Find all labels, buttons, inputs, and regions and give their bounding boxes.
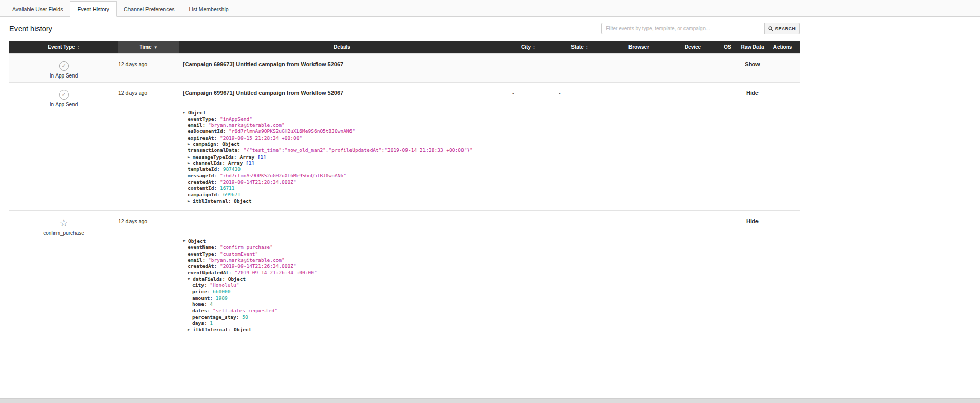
- json-key: channelIds: [193, 160, 222, 166]
- column-header-os: OS: [716, 41, 739, 53]
- raw-data-json-tree: ▼ObjecteventName: "confirm_purchase"even…: [183, 238, 495, 333]
- column-label: Browser: [628, 44, 649, 50]
- json-value: 1989: [216, 295, 228, 301]
- json-key: city: [192, 282, 204, 288]
- column-header-state[interactable]: State▲▼: [551, 41, 608, 53]
- event-details-title: [183, 218, 495, 225]
- json-value: 16711: [220, 185, 235, 191]
- device-cell: [670, 82, 716, 210]
- json-node-type: Object: [222, 141, 239, 147]
- raw-data-toggle[interactable]: Hide: [746, 90, 759, 96]
- json-key: messageId: [188, 172, 214, 178]
- expand-node-icon[interactable]: ▶: [188, 198, 193, 204]
- raw-data-toggle[interactable]: Hide: [746, 218, 759, 224]
- event-details-title: [Campaign 699673] Untitled campaign from…: [183, 61, 495, 68]
- json-line: city: "Honolulu": [183, 282, 495, 289]
- column-label: OS: [724, 44, 731, 50]
- horizontal-scrollbar[interactable]: [0, 398, 980, 403]
- event-row: ✓In App Send12 days ago[Campaign 699671]…: [9, 82, 800, 210]
- json-key: campaign: [193, 141, 216, 147]
- json-node-type: Object: [234, 198, 251, 204]
- json-value: "2019-09-14T21:28:34.000Z": [220, 179, 297, 185]
- json-value: "2019-09-15 21:28:34 +00:00": [220, 135, 302, 141]
- json-line: ▶campaign: Object: [183, 141, 495, 147]
- json-value: "Honolulu": [210, 282, 239, 288]
- event-type-cell: ✓In App Send: [9, 82, 118, 210]
- browser-cell: [608, 82, 670, 210]
- json-line: email: "bryan.marks@iterable.com": [183, 257, 495, 263]
- tab-channel-preferences[interactable]: Channel Preferences: [117, 1, 182, 17]
- json-value: "bryan.marks@iterable.com": [208, 122, 285, 128]
- column-header-event_type[interactable]: Event Type▲▼: [9, 41, 118, 53]
- json-line: esDocumentId: "r6d7rlmnAs9OPKS2uGH2uXL6M…: [183, 128, 495, 135]
- json-line: ▶itblInternal: Object: [183, 198, 495, 204]
- search-input[interactable]: [601, 23, 765, 34]
- json-node-type: Object: [234, 327, 251, 332]
- search-button-label: SEARCH: [775, 26, 796, 31]
- search-button[interactable]: SEARCH: [765, 23, 800, 34]
- time-cell: 12 days ago: [118, 53, 179, 82]
- json-key: expiresAt: [188, 135, 214, 141]
- column-label: Actions: [773, 44, 792, 50]
- os-cell: [716, 210, 739, 339]
- json-line: days: 1: [183, 320, 495, 327]
- actions-cell: [766, 53, 800, 82]
- collapse-node-icon[interactable]: ▼: [183, 110, 188, 116]
- json-key: messageTypeIds: [193, 154, 234, 160]
- json-key: itblInternal: [193, 327, 228, 332]
- json-node-type: Object: [228, 276, 246, 282]
- expand-node-icon[interactable]: ▶: [188, 141, 193, 147]
- json-value: "inAppSend": [220, 116, 252, 122]
- tab-available-user-fields[interactable]: Available User Fields: [5, 1, 70, 17]
- actions-cell: [766, 210, 800, 339]
- column-header-time[interactable]: Time▼: [118, 41, 179, 53]
- json-value: 660000: [213, 289, 230, 294]
- json-value: 4: [210, 301, 213, 307]
- expand-node-icon[interactable]: ▶: [188, 327, 193, 333]
- json-array-size: [1]: [257, 154, 266, 160]
- json-value: "confirm_purchase": [220, 244, 273, 250]
- os-cell: [716, 53, 739, 82]
- os-cell: [716, 82, 739, 210]
- expand-node-icon[interactable]: ▶: [188, 154, 193, 160]
- json-key: days: [192, 320, 204, 326]
- json-value: "bryan.marks@iterable.com": [208, 257, 285, 263]
- event-type-label: In App Send: [9, 73, 118, 79]
- json-key: email: [188, 122, 202, 128]
- json-value: "self.dates_requested": [213, 308, 278, 313]
- sort-both-icon: ▲▼: [586, 45, 588, 49]
- column-label: City: [521, 44, 531, 50]
- raw-data-cell: Show: [739, 53, 766, 82]
- collapse-node-icon[interactable]: ▼: [188, 276, 193, 282]
- json-node-type: Object: [188, 238, 206, 244]
- raw-data-toggle[interactable]: Show: [745, 61, 760, 67]
- time-cell: 12 days ago: [118, 82, 179, 210]
- event-type-cell: ☆confirm_purchase: [9, 210, 118, 339]
- json-node-type: Array: [228, 160, 243, 166]
- json-line: expiresAt: "2019-09-15 21:28:34 +00:00": [183, 135, 495, 141]
- column-label: Time: [139, 44, 151, 50]
- details-cell: [Campaign 699673] Untitled campaign from…: [179, 53, 505, 82]
- collapse-node-icon[interactable]: ▼: [183, 238, 188, 244]
- expand-node-icon[interactable]: ▶: [188, 160, 193, 166]
- json-line: createdAt: "2019-09-14T21:28:34.000Z": [183, 179, 495, 185]
- json-array-size: [1]: [246, 160, 254, 166]
- device-cell: [670, 210, 716, 339]
- tab-list-membership[interactable]: List Membership: [182, 1, 236, 17]
- column-label: Details: [334, 44, 350, 50]
- json-line: transactionalData: "{"test_time":"now_ol…: [183, 147, 495, 153]
- details-cell: [Campaign 699671] Untitled campaign from…: [179, 82, 505, 210]
- state-cell: -: [551, 53, 608, 82]
- column-header-browser: Browser: [608, 41, 670, 53]
- column-header-city[interactable]: City▲▼: [505, 41, 551, 53]
- json-value: 1: [210, 320, 213, 326]
- table-header-row: Event Type▲▼Time▼DetailsCity▲▼State▲▼Bro…: [9, 41, 800, 53]
- json-line: percentage_stay: 50: [183, 314, 495, 320]
- json-line: eventUpdatedAt: "2019-09-14 21:26:34 +00…: [183, 270, 495, 276]
- json-line: ▶channelIds: Array [1]: [183, 160, 495, 166]
- tab-event-history[interactable]: Event History: [70, 1, 116, 17]
- json-key: eventType: [188, 251, 214, 257]
- json-node-type: Array: [240, 154, 255, 160]
- json-value: "2019-09-14 21:26:34 +00:00": [235, 270, 317, 275]
- json-line: email: "bryan.marks@iterable.com": [183, 122, 495, 128]
